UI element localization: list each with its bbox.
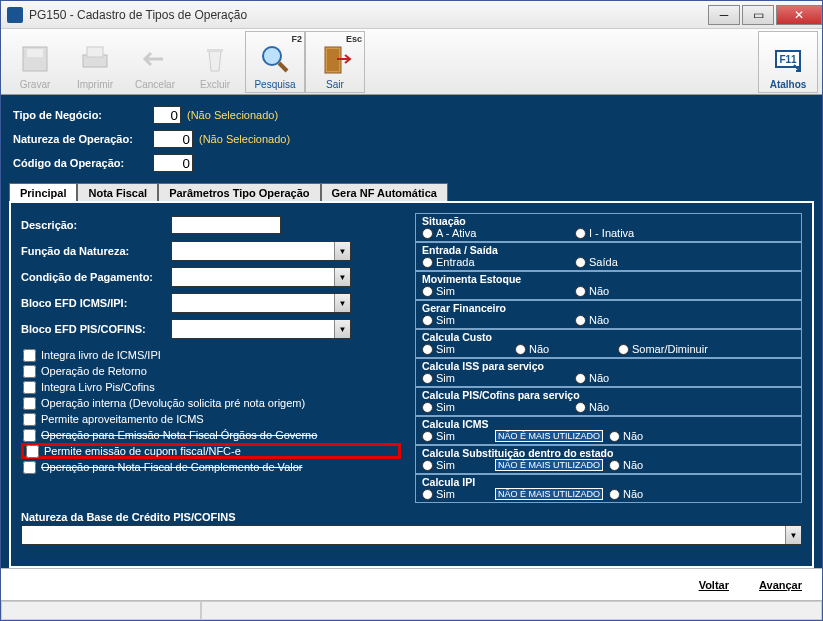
tipo-negocio-label: Tipo de Negócio: <box>13 109 153 121</box>
radio-fin-sim[interactable]: Sim <box>422 314 572 326</box>
excluir-button[interactable]: Excluir <box>185 31 245 93</box>
radio-mov-sim[interactable]: Sim <box>422 285 572 297</box>
maximize-button[interactable]: ▭ <box>742 5 774 25</box>
svg-rect-3 <box>87 47 103 57</box>
radio-sub-sim[interactable]: Sim <box>422 459 492 471</box>
group-calc-ipi: Calcula IPI Sim NÃO É MAIS UTILIZADO Não <box>415 474 802 503</box>
app-icon <box>7 7 23 23</box>
chevron-down-icon: ▼ <box>785 526 801 544</box>
check-permite-cupom[interactable]: Permite emissão de cupom fiscal/NFC-e <box>21 443 401 459</box>
sair-button[interactable]: Esc Sair <box>305 31 365 93</box>
minimize-button[interactable]: ─ <box>708 5 740 25</box>
svg-rect-4 <box>207 49 223 52</box>
delete-icon <box>197 41 233 77</box>
radio-iss-sim[interactable]: Sim <box>422 372 572 384</box>
close-button[interactable]: ✕ <box>776 5 822 25</box>
radio-ipi-nao[interactable]: Não <box>609 488 679 500</box>
radio-icms-nao[interactable]: Não <box>609 430 679 442</box>
descricao-input[interactable] <box>171 216 281 234</box>
group-mov-estoque: Movimenta Estoque Sim Não <box>415 271 802 300</box>
radio-sub-nao[interactable]: Não <box>609 459 679 471</box>
radio-situacao-ativa[interactable]: A - Ativa <box>422 227 572 239</box>
header-panel: Tipo de Negócio: (Não Selecionado) Natur… <box>1 95 822 183</box>
svg-rect-1 <box>27 49 43 57</box>
natureza-hint: (Não Selecionado) <box>199 133 290 145</box>
status-bar <box>1 600 822 620</box>
group-calc-sub: Calcula Substituição dentro do estado Si… <box>415 445 802 474</box>
tab-nota-fiscal[interactable]: Nota Fiscal <box>77 183 158 201</box>
tipo-negocio-hint: (Não Selecionado) <box>187 109 278 121</box>
descricao-label: Descrição: <box>21 219 171 231</box>
app-window: PG150 - Cadastro de Tipos de Operação ─ … <box>0 0 823 621</box>
titlebar: PG150 - Cadastro de Tipos de Operação ─ … <box>1 1 822 29</box>
check-integra-icms[interactable]: Integra livro de ICMS/IPI <box>21 347 401 363</box>
bloco-icms-label: Bloco EFD ICMS/IPI: <box>21 297 171 309</box>
footer-bar: Voltar Avançar <box>1 568 822 600</box>
tabs-area: Principal Nota Fiscal Parâmetros Tipo Op… <box>1 183 822 568</box>
imprimir-button[interactable]: Imprimir <box>65 31 125 93</box>
toolbar: Gravar Imprimir Cancelar Excluir F2 Pesq… <box>1 29 822 95</box>
radio-custo-sim[interactable]: Sim <box>422 343 512 355</box>
badge-deprecated: NÃO É MAIS UTILIZADO <box>495 430 603 442</box>
cond-pagamento-label: Condição de Pagamento: <box>21 271 171 283</box>
search-icon <box>257 41 293 77</box>
funcao-natureza-select[interactable]: ▼ <box>171 241 351 261</box>
group-calc-custo: Calcula Custo Sim Não Somar/Diminuir <box>415 329 802 358</box>
check-op-interna[interactable]: Operação interna (Devolução solicita pré… <box>21 395 401 411</box>
check-op-retorno[interactable]: Operação de Retorno <box>21 363 401 379</box>
pesquisa-button[interactable]: F2 Pesquisa <box>245 31 305 93</box>
check-op-complemento[interactable]: Operação para Nota Fiscal de Complemento… <box>21 459 401 475</box>
radio-fin-nao[interactable]: Não <box>575 314 645 326</box>
bloco-icms-select[interactable]: ▼ <box>171 293 351 313</box>
natureza-label: Natureza de Operação: <box>13 133 153 145</box>
funcao-natureza-label: Função da Natureza: <box>21 245 171 257</box>
save-icon <box>17 41 53 77</box>
tab-gera-nf[interactable]: Gera NF Automática <box>321 183 448 201</box>
radio-saida[interactable]: Saída <box>575 256 645 268</box>
tab-parametros[interactable]: Parâmetros Tipo Operação <box>158 183 320 201</box>
check-permite-icms[interactable]: Permite aproveitamento de ICMS <box>21 411 401 427</box>
radio-iss-nao[interactable]: Não <box>575 372 645 384</box>
left-column: Descrição: Função da Natureza: ▼ Condiçã… <box>21 213 401 503</box>
avancar-button[interactable]: Avançar <box>759 579 802 591</box>
group-entrada-saida: Entrada / Saída Entrada Saída <box>415 242 802 271</box>
natureza-input[interactable] <box>153 130 193 148</box>
shortcuts-icon: F11 <box>770 41 806 77</box>
nat-base-select[interactable]: ▼ <box>21 525 802 545</box>
bloco-pis-select[interactable]: ▼ <box>171 319 351 339</box>
group-calc-pis-serv: Calcula PIS/Cofins para serviço Sim Não <box>415 387 802 416</box>
radio-entrada[interactable]: Entrada <box>422 256 572 268</box>
right-column: Situação A - Ativa I - Inativa Entrada /… <box>415 213 802 503</box>
nat-base-row: Natureza da Base de Crédito PIS/COFINS ▼ <box>21 511 802 545</box>
codigo-label: Código da Operação: <box>13 157 153 169</box>
nat-base-label: Natureza da Base de Crédito PIS/COFINS <box>21 511 802 523</box>
chevron-down-icon: ▼ <box>334 294 350 312</box>
radio-ipi-sim[interactable]: Sim <box>422 488 492 500</box>
radio-custo-nao[interactable]: Não <box>515 343 615 355</box>
cond-pagamento-select[interactable]: ▼ <box>171 267 351 287</box>
svg-text:F11: F11 <box>779 54 797 65</box>
gravar-button[interactable]: Gravar <box>5 31 65 93</box>
radio-situacao-inativa[interactable]: I - Inativa <box>575 227 645 239</box>
check-op-emissao-gov[interactable]: Operação para Emissão Nota Fiscal Órgãos… <box>21 427 401 443</box>
radio-icms-sim[interactable]: Sim <box>422 430 492 442</box>
window-controls: ─ ▭ ✕ <box>706 5 822 25</box>
radio-pisserv-sim[interactable]: Sim <box>422 401 572 413</box>
tab-content-principal: Descrição: Função da Natureza: ▼ Condiçã… <box>9 201 814 568</box>
radio-custo-somar[interactable]: Somar/Diminuir <box>618 343 708 355</box>
atalhos-button[interactable]: F11 Atalhos <box>758 31 818 93</box>
radio-pisserv-nao[interactable]: Não <box>575 401 645 413</box>
cancel-icon <box>137 41 173 77</box>
tab-principal[interactable]: Principal <box>9 183 77 201</box>
tipo-negocio-input[interactable] <box>153 106 181 124</box>
badge-deprecated: NÃO É MAIS UTILIZADO <box>495 488 603 500</box>
codigo-input[interactable] <box>153 154 193 172</box>
check-integra-pis[interactable]: Integra Livro Pis/Cofins <box>21 379 401 395</box>
voltar-button[interactable]: Voltar <box>699 579 729 591</box>
tab-strip: Principal Nota Fiscal Parâmetros Tipo Op… <box>9 183 814 201</box>
group-calc-icms: Calcula ICMS Sim NÃO É MAIS UTILIZADO Nã… <box>415 416 802 445</box>
exit-icon <box>317 41 353 77</box>
cancelar-button[interactable]: Cancelar <box>125 31 185 93</box>
radio-mov-nao[interactable]: Não <box>575 285 645 297</box>
group-situacao: Situação A - Ativa I - Inativa <box>415 213 802 242</box>
